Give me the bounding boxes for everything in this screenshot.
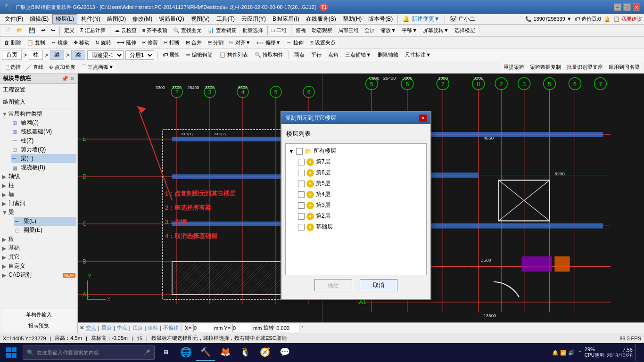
btn-mirror[interactable]: ↔ 镜像: [49, 38, 70, 48]
tree-item-col[interactable]: ▶ 柱: [1, 181, 76, 190]
tree-item-other[interactable]: ▶ 其它: [1, 253, 76, 262]
tree-item-beam-l[interactable]: ━ 梁(L): [14, 217, 76, 226]
modal-tree-floor-6[interactable]: ● 第6层: [297, 167, 424, 178]
tab-home[interactable]: 首页: [2, 50, 22, 60]
input-x[interactable]: [193, 324, 212, 332]
btn-batch-identify-support[interactable]: 批量识别梁支座: [564, 62, 605, 73]
menu-edit[interactable]: 编辑(E): [27, 15, 51, 24]
tree-item-slab[interactable]: ▶ 板: [1, 235, 76, 244]
menu-tools[interactable]: 工具(T): [214, 15, 238, 24]
btn-copy[interactable]: 📋 复制: [25, 38, 48, 48]
btn-property[interactable]: 🏷 属性: [160, 50, 182, 60]
btn-line-tool[interactable]: ╱ 直线: [24, 62, 46, 73]
btn-offset[interactable]: ⟸ 偏移▼: [254, 38, 283, 48]
menu-component[interactable]: 构件(N): [78, 15, 103, 24]
tree-item-axis[interactable]: ▶ 轴线: [1, 172, 76, 181]
menu-online[interactable]: 在线服务(S): [303, 15, 339, 24]
btn-new[interactable]: 📄: [2, 25, 13, 36]
checkbox-floor-5[interactable]: [298, 181, 305, 187]
btn-rotate[interactable]: 屏幕旋转▼: [421, 25, 451, 36]
taskbar-app-nav[interactable]: 🧭: [256, 344, 274, 361]
checkbox-all-floors[interactable]: [296, 148, 303, 155]
menu-file[interactable]: 文件(F): [2, 15, 26, 24]
btn-local-3d[interactable]: 局部三维: [336, 25, 361, 36]
btn-align[interactable]: ⊨ 对齐▼: [227, 38, 253, 48]
menu-modify[interactable]: 修改(M): [130, 15, 155, 24]
taskbar-app-edge[interactable]: 🌐: [176, 344, 195, 361]
modal-tree-floor-4[interactable]: ● 第4层: [297, 189, 424, 200]
checkbox-floor-6[interactable]: [298, 170, 305, 176]
btn-sum[interactable]: Σ 汇总计算: [78, 25, 108, 36]
tab-column[interactable]: 柱: [29, 50, 43, 60]
btn-fullscreen[interactable]: 全屏: [362, 25, 377, 36]
btn-stretch[interactable]: ↔ 拉伸: [284, 38, 306, 48]
modal-tree-all-floors[interactable]: ▼ 📁 所有楼层: [288, 146, 424, 156]
taskbar-search-box[interactable]: 🔍 在这里输入你要搜索的内容 🎤: [23, 346, 155, 360]
input-y[interactable]: [232, 324, 251, 332]
btn-parallel[interactable]: 平行: [309, 50, 324, 60]
checkbox-floor-base[interactable]: [298, 224, 305, 230]
show-desktop-btn[interactable]: [636, 344, 638, 361]
btn-view-rebar[interactable]: 📊 查看钢筋: [205, 25, 239, 36]
sys-tray[interactable]: ⌃: [578, 350, 582, 356]
btn-find-element[interactable]: 🔍 查找图元: [171, 25, 204, 36]
menu-guangxiao[interactable]: 🐼 广小二: [447, 15, 478, 24]
menu-new-change[interactable]: 🔔 新建变更▼: [400, 15, 442, 24]
btn-break[interactable]: ✂ 打断: [161, 38, 182, 48]
menu-draw[interactable]: 绘图(D): [104, 15, 129, 24]
datetime-display[interactable]: 7:56 2018/10/28: [607, 347, 633, 358]
btn-3pt-arc[interactable]: ⌒ 三点画弧▼: [79, 62, 116, 73]
modal-cancel-btn[interactable]: 取消: [360, 279, 397, 291]
btn-define[interactable]: 定义: [62, 25, 77, 36]
snap-midpoint[interactable]: 重点: [101, 324, 112, 331]
modal-tree-floor-5[interactable]: ● 第5层: [297, 178, 424, 189]
snap-fixed[interactable]: 不偏移: [163, 324, 179, 331]
btn-comp-list[interactable]: 📋 构件列表: [217, 50, 250, 60]
maximize-btn[interactable]: □: [623, 3, 631, 11]
taskbar-app-browser[interactable]: 🦊: [216, 344, 235, 361]
tree-item-opening[interactable]: ▶ 门窗洞: [1, 199, 76, 208]
btn-pick-comp[interactable]: 🔍 拾取构件: [252, 50, 286, 60]
btn-dynamic[interactable]: 动态观察: [309, 25, 335, 36]
btn-2d[interactable]: □ 二维: [270, 25, 289, 36]
snap-coordinate[interactable]: 坐标: [148, 324, 158, 331]
menu-floor[interactable]: 楼层(L): [52, 14, 77, 24]
btn-del-aux[interactable]: 删除辅轴: [375, 50, 401, 60]
modal-tree-floor-base[interactable]: ● 基础层: [297, 222, 424, 232]
taskbar-app-taskview[interactable]: ⊞: [157, 344, 175, 361]
tree-item-column[interactable]: ⊢ 柱(Z): [11, 136, 76, 145]
btn-level-top[interactable]: ≡ 齐平板顶: [140, 25, 170, 36]
taskbar-app-qq[interactable]: 🐧: [236, 344, 255, 361]
taskbar-app-gjd[interactable]: 🔨: [196, 344, 215, 361]
btn-apply-same-name[interactable]: 应用到同名梁: [606, 62, 642, 73]
tree-item-shearwall[interactable]: ⊟ 剪力墙(Q): [11, 145, 76, 154]
snap-vertex[interactable]: 顶点: [132, 324, 143, 331]
tree-item-cad[interactable]: ▶ CAD识别 NEW: [1, 271, 76, 280]
btn-rotate-op[interactable]: ↻ 旋转: [93, 38, 114, 48]
taskbar-app-wechat[interactable]: 💬: [275, 344, 294, 361]
snap-centerpoint[interactable]: 中点: [117, 324, 127, 331]
section-draw-input[interactable]: 绘图输入: [0, 96, 77, 108]
tab-beam2[interactable]: 梁: [71, 50, 85, 60]
modal-tree-floor-3[interactable]: ● 第3层: [297, 200, 424, 211]
menu-rebar-qty[interactable]: 钢筋量(Q): [156, 15, 187, 24]
tree-item-gridnet[interactable]: ⊞ 轴网(J): [11, 118, 76, 127]
menu-bim[interactable]: BIM应用(I): [270, 15, 302, 24]
tree-common-types[interactable]: ▼ 常用构件类型: [1, 109, 76, 118]
section-project-settings[interactable]: 工程设置: [0, 84, 77, 96]
btn-repropose-spans[interactable]: 重提梁跨: [501, 62, 527, 73]
tree-item-beam[interactable]: ━ 梁(L): [11, 154, 76, 163]
layer-select[interactable]: 分层1: [125, 50, 154, 60]
panel-close-btn[interactable]: 📌 ✕: [61, 75, 74, 82]
btn-select-tool[interactable]: ⬚ 选择: [2, 62, 23, 73]
menu-version[interactable]: 版本号(B): [365, 15, 396, 24]
snap-intersection[interactable]: 交点: [86, 324, 96, 331]
btn-point-len[interactable]: ⊕ 点加长度: [47, 62, 78, 73]
tree-item-raft[interactable]: ⊠ 筏板基础(M): [11, 127, 76, 136]
build-label[interactable]: 📋 我要建议: [613, 16, 642, 23]
tree-item-castslab[interactable]: ▦ 现浇板(B): [11, 163, 76, 172]
btn-extend[interactable]: ⟷ 延伸: [115, 38, 139, 48]
btn-set-grip[interactable]: ⊡ 设置夹点: [307, 38, 338, 48]
beam-type-select[interactable]: 雨篷梁-1: [87, 50, 124, 60]
start-button[interactable]: [2, 344, 21, 361]
